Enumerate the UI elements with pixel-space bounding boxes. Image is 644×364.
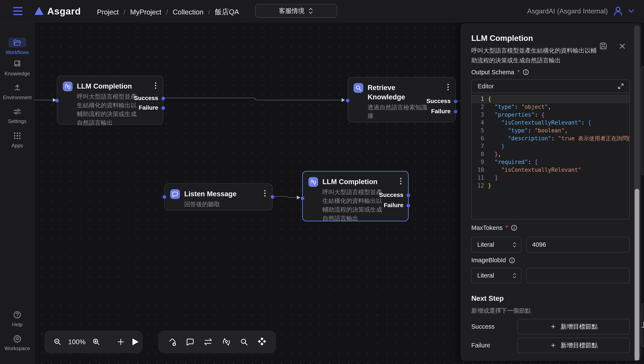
panel-title: LLM Completion <box>471 34 533 43</box>
output-port-success[interactable] <box>407 194 410 197</box>
node-llm-completion-1[interactable]: LLM Completion 呼叫大型語言模型並產生結構化的資料輸出以輔助流程的… <box>57 76 163 124</box>
info-icon[interactable] <box>522 69 529 76</box>
image-blob-mode-select[interactable]: Literal <box>471 268 521 283</box>
llm-icon <box>64 83 71 90</box>
swap-node-icon[interactable] <box>203 338 213 346</box>
expand-icon[interactable] <box>617 83 624 90</box>
breadcrumb-workflow-name[interactable]: 飯店QA <box>215 7 239 17</box>
node-description: 呼叫大型語言模型並產生結構化的資料輸出以輔助流程的決策或生成自然語言輸出 <box>322 188 385 223</box>
sliders-icon <box>13 108 21 115</box>
top-bar: Asgard Project/ MyProject/ Collection/ 飯… <box>0 0 644 22</box>
code-line[interactable]: 12} <box>472 182 629 190</box>
code-line[interactable]: 3 "properties": { <box>472 111 629 119</box>
max-tokens-label: MaxTokens* <box>471 224 517 232</box>
code-line[interactable]: 1{ <box>472 95 629 103</box>
zoom-level[interactable]: 100% <box>68 338 86 346</box>
upload-icon <box>14 84 21 92</box>
sidebar-item-apps[interactable]: Apps <box>0 131 35 148</box>
output-label-success: Success <box>134 95 158 102</box>
sidebar-item-knowledge[interactable]: Knowledge <box>0 59 35 77</box>
code-line[interactable]: 6 "description": "true 表示使用者正在詢問的 <box>472 134 629 142</box>
node-listen-message[interactable]: Listen Message 回答後的聽取 <box>164 183 273 210</box>
output-port-failure[interactable] <box>407 204 410 207</box>
message-node-icon[interactable] <box>186 338 194 346</box>
run-workflow-icon[interactable] <box>131 338 139 346</box>
max-tokens-input[interactable] <box>526 237 630 252</box>
input-port[interactable] <box>163 195 166 199</box>
info-icon[interactable] <box>508 257 515 264</box>
editor-header: Editor <box>472 80 629 93</box>
add-target-node-success-button[interactable]: ＋ 新增目標節點 <box>517 319 630 334</box>
zoom-out-icon[interactable] <box>53 338 62 346</box>
save-icon[interactable] <box>599 42 607 50</box>
sidebar-item-help[interactable]: Help <box>0 310 35 328</box>
message-icon <box>172 191 178 197</box>
breadcrumb-collection[interactable]: Collection <box>173 8 204 16</box>
input-port[interactable] <box>301 196 304 200</box>
next-step-success-label: Success <box>471 323 495 330</box>
code-line[interactable]: 7 } <box>472 142 629 150</box>
node-menu-icon[interactable] <box>155 82 157 89</box>
code-line[interactable]: 9 "required": [ <box>472 158 629 166</box>
output-port[interactable] <box>271 195 274 199</box>
account-menu[interactable]: AsgardAI (Asgard Internal) <box>527 0 634 22</box>
node-retrieve-knowledge[interactable]: Retrieve Knowledge 透過自然語言檢索知識庫 Success F… <box>348 77 456 122</box>
zoom-in-icon[interactable] <box>92 338 101 346</box>
code-line[interactable]: 10 "isContextuallyRelevant" <box>472 166 629 174</box>
image-blob-input[interactable] <box>526 268 630 283</box>
code-line[interactable]: 11 ] <box>472 174 629 182</box>
arrowhead <box>342 98 345 102</box>
code-line[interactable]: 2 "type": "object", <box>472 103 629 111</box>
output-label-failure: Failure <box>384 202 403 208</box>
sidebar-item-workspace[interactable]: Workspace <box>0 334 35 352</box>
output-label-success: Success <box>379 192 403 198</box>
add-start-node-icon[interactable] <box>168 337 177 346</box>
integrations-node-icon[interactable] <box>257 337 267 346</box>
node-llm-completion-2-selected[interactable]: LLM Completion 呼叫大型語言模型並產生結構化的資料輸出以輔助流程的… <box>302 171 409 222</box>
sidebar-item-workflows[interactable]: Workflows <box>0 38 35 55</box>
sidebar-label: Workflows <box>6 50 29 55</box>
breadcrumb-myproject[interactable]: MyProject <box>130 8 161 16</box>
environment-selector[interactable]: 客服情境 <box>255 4 337 18</box>
panel-scrollbar-thumb[interactable] <box>635 189 639 360</box>
breadcrumb-separator: / <box>208 8 210 16</box>
node-menu-icon[interactable] <box>447 84 449 90</box>
asgard-logo-icon <box>35 7 44 15</box>
output-port-success[interactable] <box>161 97 165 100</box>
node-menu-icon[interactable] <box>264 190 266 196</box>
node-menu-icon[interactable] <box>400 178 402 184</box>
sidebar-label: Help <box>12 322 22 328</box>
edge-listen-to-llm2 <box>273 196 297 198</box>
output-port-success[interactable] <box>454 100 457 103</box>
output-port-failure[interactable] <box>454 110 457 114</box>
schema-editor[interactable]: Editor 1{2 "type": "object",3 "propertie… <box>471 80 630 220</box>
input-port[interactable] <box>55 99 59 102</box>
breadcrumb-project[interactable]: Project <box>97 8 119 16</box>
output-label-failure: Failure <box>431 108 451 115</box>
node-palette-toolbar <box>158 330 276 353</box>
input-port[interactable] <box>346 99 349 102</box>
user-icon <box>613 6 623 16</box>
llm-icon <box>310 178 317 186</box>
llm-node-icon[interactable] <box>222 338 231 346</box>
output-port-failure[interactable] <box>161 106 165 110</box>
info-icon[interactable] <box>511 224 517 231</box>
sidebar-label: Settings <box>8 118 27 124</box>
output-label-failure: Failure <box>139 104 158 111</box>
max-tokens-mode-select[interactable]: Literal <box>471 237 521 252</box>
retrieve-node-icon[interactable] <box>240 338 248 346</box>
hamburger-menu-icon[interactable] <box>13 7 23 15</box>
image-blob-mode-value: Literal <box>477 272 512 279</box>
add-target-node-failure-button[interactable]: ＋ 新增目標節點 <box>517 338 630 353</box>
code-line[interactable]: 4 "isContextuallyRelevant": { <box>472 119 629 127</box>
code-area[interactable]: 1{2 "type": "object",3 "properties": {4 … <box>472 93 629 220</box>
code-line[interactable]: 5 "type": "boolean", <box>472 127 629 134</box>
add-icon[interactable] <box>117 338 125 346</box>
account-name: AsgardAI (Asgard Internal) <box>527 7 608 15</box>
required-star: * <box>517 68 520 76</box>
sidebar-item-settings[interactable]: Settings <box>0 107 35 124</box>
code-line[interactable]: 8 }, <box>472 150 629 158</box>
sidebar-item-environment[interactable]: Environment <box>0 83 35 100</box>
required-star: * <box>506 224 508 232</box>
close-icon[interactable] <box>619 43 626 50</box>
